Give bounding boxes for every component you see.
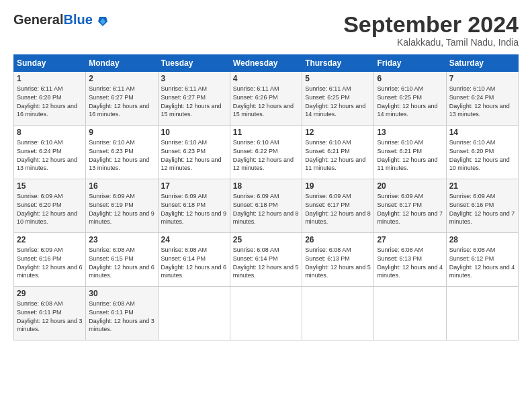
calendar-cell: 19Sunrise: 6:09 AMSunset: 6:17 PMDayligh… <box>302 179 374 233</box>
page: GeneralBlue September 2024 Kalakkadu, Ta… <box>0 0 532 347</box>
week-row-4: 22Sunrise: 6:09 AMSunset: 6:16 PMDayligh… <box>14 233 519 287</box>
cell-info: Sunrise: 6:10 AMSunset: 6:25 PMDaylight:… <box>377 85 443 118</box>
cell-info: Sunrise: 6:09 AMSunset: 6:17 PMDaylight:… <box>305 192 371 226</box>
day-number: 7 <box>449 74 515 83</box>
col-sunday: Sunday <box>14 55 86 72</box>
day-number: 22 <box>17 235 83 244</box>
calendar-cell: 9Sunrise: 6:10 AMSunset: 6:23 PMDaylight… <box>86 126 158 179</box>
calendar-cell: 23Sunrise: 6:08 AMSunset: 6:15 PMDayligh… <box>86 233 158 287</box>
calendar-cell: 6Sunrise: 6:10 AMSunset: 6:25 PMDaylight… <box>374 72 446 126</box>
day-number: 20 <box>377 181 443 191</box>
cell-info: Sunrise: 6:08 AMSunset: 6:15 PMDaylight:… <box>89 246 154 279</box>
week-row-2: 8Sunrise: 6:10 AMSunset: 6:24 PMDaylight… <box>14 126 519 179</box>
calendar-cell: 26Sunrise: 6:08 AMSunset: 6:13 PMDayligh… <box>302 233 374 287</box>
calendar-cell: 18Sunrise: 6:09 AMSunset: 6:18 PMDayligh… <box>230 179 302 233</box>
cell-info: Sunrise: 6:09 AMSunset: 6:16 PMDaylight:… <box>449 192 515 226</box>
col-monday: Monday <box>86 55 158 72</box>
day-number: 25 <box>233 235 299 244</box>
calendar-cell: 29Sunrise: 6:08 AMSunset: 6:11 PMDayligh… <box>14 287 86 340</box>
calendar-cell: 28Sunrise: 6:08 AMSunset: 6:12 PMDayligh… <box>446 233 518 287</box>
calendar-cell: 13Sunrise: 6:10 AMSunset: 6:21 PMDayligh… <box>374 126 446 179</box>
cell-info: Sunrise: 6:10 AMSunset: 6:22 PMDaylight:… <box>233 138 299 172</box>
day-number: 19 <box>305 181 371 191</box>
cell-info: Sunrise: 6:10 AMSunset: 6:23 PMDaylight:… <box>89 138 154 172</box>
cell-info: Sunrise: 6:10 AMSunset: 6:21 PMDaylight:… <box>305 138 371 172</box>
day-number: 14 <box>449 128 515 137</box>
calendar-cell <box>158 287 230 340</box>
cell-info: Sunrise: 6:09 AMSunset: 6:19 PMDaylight:… <box>89 192 154 226</box>
day-number: 26 <box>305 235 371 244</box>
cell-info: Sunrise: 6:08 AMSunset: 6:11 PMDaylight:… <box>89 300 154 333</box>
calendar-cell: 17Sunrise: 6:09 AMSunset: 6:18 PMDayligh… <box>158 179 230 233</box>
day-number: 29 <box>17 289 83 298</box>
day-number: 6 <box>377 74 443 83</box>
calendar-cell <box>230 287 302 340</box>
logo-general: General <box>13 12 63 27</box>
day-number: 12 <box>305 128 371 137</box>
day-number: 10 <box>161 128 227 137</box>
day-number: 27 <box>377 235 443 244</box>
month-title: September 2024 <box>343 12 519 37</box>
cell-info: Sunrise: 6:11 AMSunset: 6:26 PMDaylight:… <box>233 85 299 118</box>
day-number: 15 <box>17 181 83 191</box>
logo-blue-text: Blue <box>63 12 92 27</box>
day-number: 5 <box>305 74 371 83</box>
cell-info: Sunrise: 6:11 AMSunset: 6:28 PMDaylight:… <box>17 85 83 118</box>
calendar-table: Sunday Monday Tuesday Wednesday Thursday… <box>13 54 519 340</box>
day-number: 1 <box>17 74 83 83</box>
day-number: 28 <box>449 235 515 244</box>
day-number: 23 <box>89 235 154 244</box>
calendar-cell: 30Sunrise: 6:08 AMSunset: 6:11 PMDayligh… <box>86 287 158 340</box>
cell-info: Sunrise: 6:08 AMSunset: 6:11 PMDaylight:… <box>17 300 83 333</box>
calendar-cell <box>302 287 374 340</box>
day-number: 17 <box>161 181 227 191</box>
header: GeneralBlue September 2024 Kalakkadu, Ta… <box>13 12 519 48</box>
calendar-cell: 22Sunrise: 6:09 AMSunset: 6:16 PMDayligh… <box>14 233 86 287</box>
cell-info: Sunrise: 6:11 AMSunset: 6:25 PMDaylight:… <box>305 85 371 118</box>
calendar-cell: 5Sunrise: 6:11 AMSunset: 6:25 PMDaylight… <box>302 72 374 126</box>
calendar-cell <box>374 287 446 340</box>
day-number: 16 <box>89 181 154 191</box>
header-row: Sunday Monday Tuesday Wednesday Thursday… <box>14 55 519 72</box>
calendar-cell: 25Sunrise: 6:08 AMSunset: 6:14 PMDayligh… <box>230 233 302 287</box>
calendar-cell: 12Sunrise: 6:10 AMSunset: 6:21 PMDayligh… <box>302 126 374 179</box>
calendar-cell: 11Sunrise: 6:10 AMSunset: 6:22 PMDayligh… <box>230 126 302 179</box>
day-number: 8 <box>17 128 83 137</box>
cell-info: Sunrise: 6:10 AMSunset: 6:23 PMDaylight:… <box>161 138 227 172</box>
col-tuesday: Tuesday <box>158 55 230 72</box>
week-row-3: 15Sunrise: 6:09 AMSunset: 6:20 PMDayligh… <box>14 179 519 233</box>
cell-info: Sunrise: 6:08 AMSunset: 6:14 PMDaylight:… <box>233 246 299 279</box>
cell-info: Sunrise: 6:08 AMSunset: 6:12 PMDaylight:… <box>449 246 515 279</box>
day-number: 3 <box>161 74 227 83</box>
calendar-cell: 3Sunrise: 6:11 AMSunset: 6:27 PMDaylight… <box>158 72 230 126</box>
cell-info: Sunrise: 6:10 AMSunset: 6:24 PMDaylight:… <box>17 138 83 172</box>
calendar-cell: 4Sunrise: 6:11 AMSunset: 6:26 PMDaylight… <box>230 72 302 126</box>
day-number: 9 <box>89 128 154 137</box>
calendar-cell: 24Sunrise: 6:08 AMSunset: 6:14 PMDayligh… <box>158 233 230 287</box>
logo: GeneralBlue <box>13 12 109 28</box>
cell-info: Sunrise: 6:09 AMSunset: 6:20 PMDaylight:… <box>17 192 83 226</box>
calendar-cell <box>446 287 518 340</box>
title-area: September 2024 Kalakkadu, Tamil Nadu, In… <box>343 12 519 48</box>
cell-info: Sunrise: 6:09 AMSunset: 6:18 PMDaylight:… <box>233 192 299 226</box>
col-thursday: Thursday <box>302 55 374 72</box>
calendar-cell: 21Sunrise: 6:09 AMSunset: 6:16 PMDayligh… <box>446 179 518 233</box>
cell-info: Sunrise: 6:10 AMSunset: 6:20 PMDaylight:… <box>449 138 515 172</box>
calendar-cell: 1Sunrise: 6:11 AMSunset: 6:28 PMDaylight… <box>14 72 86 126</box>
calendar-cell: 10Sunrise: 6:10 AMSunset: 6:23 PMDayligh… <box>158 126 230 179</box>
cell-info: Sunrise: 6:08 AMSunset: 6:14 PMDaylight:… <box>161 246 227 279</box>
day-number: 11 <box>233 128 299 137</box>
calendar-cell: 7Sunrise: 6:10 AMSunset: 6:24 PMDaylight… <box>446 72 518 126</box>
cell-info: Sunrise: 6:08 AMSunset: 6:13 PMDaylight:… <box>377 246 443 279</box>
calendar-cell: 27Sunrise: 6:08 AMSunset: 6:13 PMDayligh… <box>374 233 446 287</box>
cell-info: Sunrise: 6:08 AMSunset: 6:13 PMDaylight:… <box>305 246 371 279</box>
col-wednesday: Wednesday <box>230 55 302 72</box>
calendar-cell: 20Sunrise: 6:09 AMSunset: 6:17 PMDayligh… <box>374 179 446 233</box>
cell-info: Sunrise: 6:09 AMSunset: 6:16 PMDaylight:… <box>17 246 83 279</box>
logo-icon <box>97 15 109 28</box>
calendar-cell: 16Sunrise: 6:09 AMSunset: 6:19 PMDayligh… <box>86 179 158 233</box>
location: Kalakkadu, Tamil Nadu, India <box>343 37 519 48</box>
col-friday: Friday <box>374 55 446 72</box>
col-saturday: Saturday <box>446 55 518 72</box>
day-number: 4 <box>233 74 299 83</box>
